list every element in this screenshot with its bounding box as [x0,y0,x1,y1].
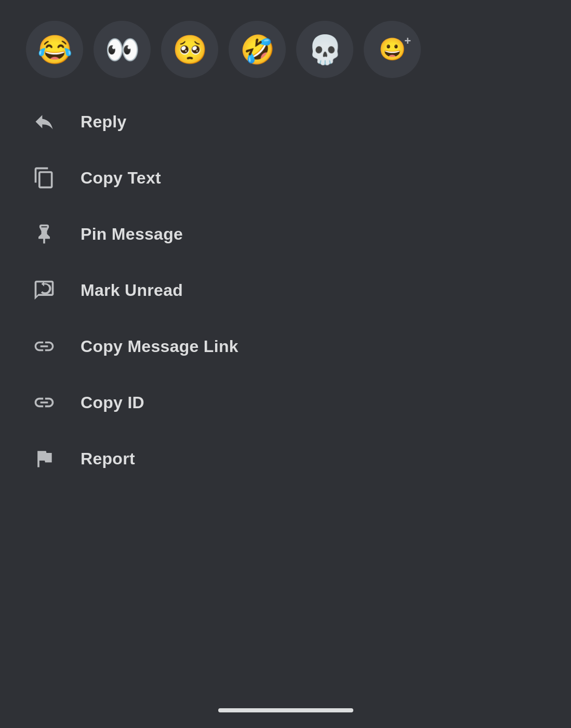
emoji-laugh[interactable]: 😂 [26,21,83,78]
copy-text-label: Copy Text [81,168,161,188]
pin-icon [29,218,60,250]
copy-icon [29,162,60,193]
reply-menu-item[interactable]: Reply [0,94,571,150]
emoji-skull[interactable]: 💀 [296,21,353,78]
emoji-reaction-row: 😂 👀 🥺 🤣 💀 😀+ [0,0,571,88]
mark-unread-menu-item[interactable]: Mark Unread [0,262,571,318]
copy-id-icon [29,387,60,418]
emoji-rofl[interactable]: 🤣 [229,21,286,78]
emoji-eyes[interactable]: 👀 [94,21,151,78]
copy-message-link-icon [29,331,60,362]
context-menu: Reply Copy Text Pin Message Mark Unread [0,88,571,492]
add-reaction-button[interactable]: 😀+ [364,21,421,78]
mark-unread-icon [29,275,60,306]
copy-text-menu-item[interactable]: Copy Text [0,150,571,206]
copy-message-link-menu-item[interactable]: Copy Message Link [0,318,571,374]
home-bar [218,708,353,712]
report-flag-icon [29,443,60,474]
copy-id-label: Copy ID [81,393,144,412]
report-menu-item[interactable]: Report [0,431,571,487]
home-indicator-area [0,708,571,728]
reply-icon [29,106,60,137]
copy-message-link-label: Copy Message Link [81,337,238,356]
emoji-pleading[interactable]: 🥺 [161,21,218,78]
mark-unread-label: Mark Unread [81,281,183,300]
copy-id-menu-item[interactable]: Copy ID [0,374,571,431]
reply-label: Reply [81,112,127,132]
pin-message-label: Pin Message [81,225,183,244]
pin-message-menu-item[interactable]: Pin Message [0,206,571,262]
report-label: Report [81,449,135,469]
